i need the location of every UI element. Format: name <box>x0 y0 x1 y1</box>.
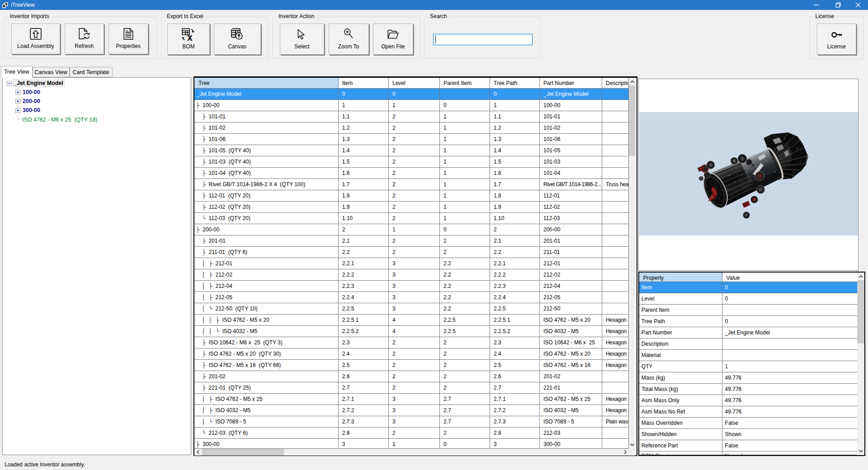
svg-text:X: X <box>188 34 193 41</box>
